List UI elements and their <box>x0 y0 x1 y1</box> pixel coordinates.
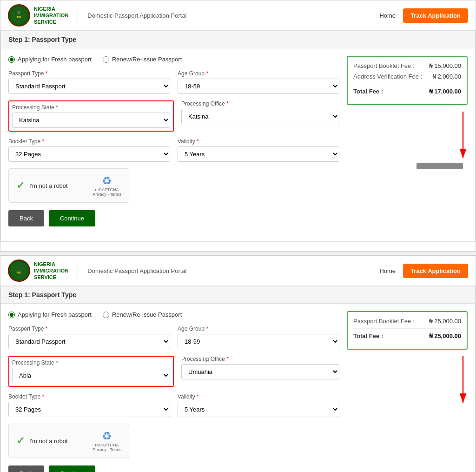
fee-section-1: Passport Booklet Fee : ₦ 15,000.00 Addre… <box>347 56 468 234</box>
header-left-2: NIS NIGERIAIMMIGRATIONSERVICE Domestic P… <box>8 259 187 282</box>
screenshot-1: 🦅 NIS NIGERIA IMMIGRATION SERVICE Domest… <box>0 0 476 252</box>
age-group-select-2[interactable]: 18-59 <box>178 334 339 349</box>
booklet-fee-label-1: Passport Booklet Fee : <box>353 62 415 69</box>
logo-icon-1: 🦅 NIS <box>8 4 30 27</box>
page-wrapper: 🦅 NIS NIGERIA IMMIGRATION SERVICE Domest… <box>0 0 476 472</box>
track-application-btn-2[interactable]: Track Application <box>403 264 468 278</box>
continue-btn-2[interactable]: Continue <box>49 465 95 472</box>
radio-renew-label-1: Renew/Re-issue Passport <box>112 56 182 63</box>
home-link-1[interactable]: Home <box>379 12 396 19</box>
validity-label-2: Validity * <box>178 393 339 400</box>
svg-text:NIS: NIS <box>17 16 21 19</box>
radio-renew-2[interactable]: Renew/Re-issue Passport <box>103 311 182 318</box>
validity-select-2[interactable]: 5 Years <box>178 402 339 417</box>
total-fee-value-1: ₦ 17,000.00 <box>429 88 461 95</box>
booklet-fee-value-1: ₦ 15,000.00 <box>429 62 461 69</box>
red-arrow-1 <box>347 107 468 163</box>
captcha-check-icon-1: ✓ <box>16 179 25 192</box>
validity-select-1[interactable]: 5 Years <box>178 146 339 162</box>
recaptcha-icon-2: ♻ <box>93 430 121 443</box>
address-fee-row-1: Address Verification Fee : ₦ 2,000.00 <box>353 73 461 80</box>
radio-fresh-label-1: Applying for Fresh passport <box>18 56 92 63</box>
passport-type-label-2: Passport Type * <box>8 326 170 332</box>
booklet-type-select-1[interactable]: 32 Pages <box>8 146 170 162</box>
portal-title-1: Domestic Passport Application Portal <box>87 12 186 19</box>
logo-title-1: NIGERIA IMMIGRATION SERVICE <box>34 6 68 26</box>
radio-fresh-input-1[interactable] <box>8 56 15 63</box>
radio-renew-input-1[interactable] <box>103 56 109 63</box>
booklet-type-label-1: Booklet Type * <box>8 138 170 145</box>
svg-text:🦅: 🦅 <box>17 10 21 14</box>
back-btn-2[interactable]: Back <box>8 465 44 472</box>
processing-office-select-1[interactable]: Katsina <box>181 109 339 124</box>
fee-box-1: Passport Booklet Fee : ₦ 15,000.00 Addre… <box>347 56 468 105</box>
scrollbar-1[interactable] <box>416 163 463 169</box>
logo-icon-2: NIS <box>8 259 30 282</box>
recaptcha-brand-1: reCAPTCHA <box>93 187 121 192</box>
age-group-group-1: Age Group * 18-59 <box>178 70 339 94</box>
total-fee-value-2: ₦ 25,000.00 <box>429 332 461 339</box>
address-fee-label-1: Address Verification Fee : <box>353 73 422 80</box>
track-application-btn-1[interactable]: Track Application <box>403 8 468 23</box>
processing-state-select-2[interactable]: Abia <box>12 368 170 383</box>
button-row-1: Back Continue <box>8 210 339 234</box>
header-divider-1 <box>78 6 78 25</box>
booklet-fee-row-1: Passport Booklet Fee : ₦ 15,000.00 <box>353 62 461 69</box>
header-right-1: Home Track Application <box>379 8 468 23</box>
radio-renew-input-2[interactable] <box>103 312 109 318</box>
red-arrow-2 <box>347 352 468 407</box>
form-row-booklet-validity-2: Booklet Type * 32 Pages Validity * 5 <box>8 393 339 417</box>
age-group-label-1: Age Group * <box>178 70 339 77</box>
logo-text-1: NIGERIA IMMIGRATION SERVICE <box>34 6 68 26</box>
processing-state-group-1: Processing State * Katsina <box>8 100 174 132</box>
passport-type-select-2[interactable]: Standard Passport <box>8 334 170 349</box>
step-section-2: Step 1: Passport Type Applying for Fresh… <box>0 286 476 472</box>
header-right-2: Home Track Application <box>379 264 468 278</box>
processing-office-label-1: Processing Office * <box>181 100 339 107</box>
form-row-state-office-2: Processing State * Abia Processing Offic… <box>8 356 339 387</box>
step-section-1: Step 1: Passport Type Applying for Fresh… <box>0 31 476 242</box>
svg-point-1 <box>11 7 27 24</box>
captcha-left-1: ✓ I'm not a robot <box>16 179 68 192</box>
captcha-left-2: ✓ I'm not a robot <box>16 435 68 447</box>
recaptcha-icon-1: ♻ <box>93 174 121 187</box>
validity-group-2: Validity * 5 Years <box>178 393 339 417</box>
form-section-1: Applying for Fresh passport Renew/Re-iss… <box>1 48 475 241</box>
radio-fresh-label-2: Applying for Fresh passport <box>18 311 92 318</box>
booklet-type-select-2[interactable]: 32 Pages <box>8 402 170 417</box>
back-btn-1[interactable]: Back <box>8 210 44 226</box>
processing-office-label-2: Processing Office * <box>181 356 339 362</box>
passport-type-select-1[interactable]: Standard Passport <box>8 79 170 94</box>
radio-fresh-1[interactable]: Applying for Fresh passport <box>8 56 92 63</box>
header-divider-2 <box>78 261 78 280</box>
captcha-2[interactable]: ✓ I'm not a robot ♻ reCAPTCHA Privacy - … <box>8 424 129 458</box>
booklet-fee-label-2: Passport Booklet Fee : <box>353 318 415 325</box>
header-1: 🦅 NIS NIGERIA IMMIGRATION SERVICE Domest… <box>0 0 476 31</box>
validity-label-1: Validity * <box>178 138 339 145</box>
radio-renew-label-2: Renew/Re-issue Passport <box>112 311 182 318</box>
form-row-passport-age-1: Passport Type * Standard Passport Age Gr… <box>8 70 339 94</box>
logo-area-2: NIS NIGERIAIMMIGRATIONSERVICE <box>8 259 68 282</box>
passport-type-group-2: Passport Type * Standard Passport <box>8 326 170 349</box>
form-row-booklet-validity-1: Booklet Type * 32 Pages Validity * 5 <box>8 138 339 162</box>
booklet-type-group-2: Booklet Type * 32 Pages <box>8 393 170 417</box>
passport-type-group-1: Passport Type * Standard Passport <box>8 70 170 94</box>
age-group-select-1[interactable]: 18-59 <box>178 79 339 94</box>
total-fee-label-2: Total Fee : <box>353 332 383 339</box>
header-left-1: 🦅 NIS NIGERIA IMMIGRATION SERVICE Domest… <box>8 4 187 27</box>
home-link-2[interactable]: Home <box>379 267 396 274</box>
continue-btn-1[interactable]: Continue <box>49 210 95 226</box>
radio-fresh-2[interactable]: Applying for Fresh passport <box>8 311 92 318</box>
radio-renew-1[interactable]: Renew/Re-issue Passport <box>103 56 182 63</box>
radio-fresh-input-2[interactable] <box>8 312 15 318</box>
captcha-label-1: I'm not a robot <box>29 182 68 189</box>
processing-office-select-2[interactable]: Umuahia <box>181 364 339 379</box>
radio-group-2: Applying for Fresh passport Renew/Re-iss… <box>8 311 339 318</box>
processing-state-group-2: Processing State * Abia <box>8 356 174 387</box>
captcha-1[interactable]: ✓ I'm not a robot ♻ reCAPTCHA Privacy - … <box>8 168 129 203</box>
processing-state-select-1[interactable]: Katsina <box>12 113 170 128</box>
recaptcha-sub-2: Privacy - Terms <box>93 447 121 452</box>
recaptcha-sub-1: Privacy - Terms <box>93 192 121 197</box>
address-fee-value-1: ₦ 2,000.00 <box>432 73 461 80</box>
captcha-label-2: I'm not a robot <box>29 438 68 445</box>
